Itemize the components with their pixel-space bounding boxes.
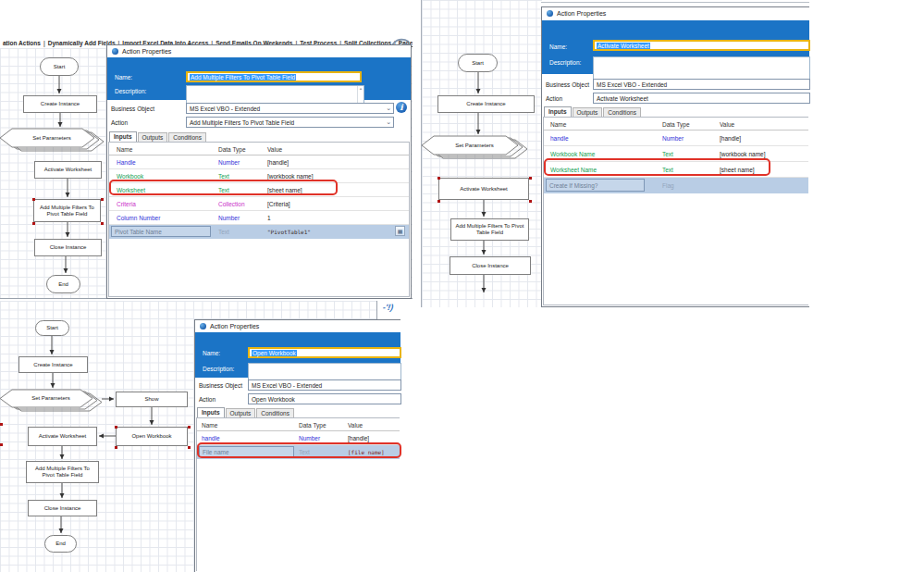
dialog-titlebar[interactable]: Action Properties	[195, 320, 400, 332]
param-type-cell: Text	[218, 187, 229, 193]
name-input[interactable]: Open Workbook	[248, 347, 401, 358]
dialog-title: Action Properties	[210, 323, 259, 330]
action-value: Activate Worksheet	[597, 95, 648, 102]
flow-node-activate-worksheet[interactable]: Activate Worksheet	[438, 178, 529, 200]
flow-node-activate-worksheet[interactable]: Activate Worksheet	[34, 161, 102, 179]
param-type-cell: Collection	[218, 201, 245, 207]
param-row[interactable]: handleNumber[handle]	[544, 131, 808, 146]
flow-node-create-instance[interactable]: Create Instance	[18, 356, 88, 373]
dialog-titlebar[interactable]: Action Properties	[107, 45, 411, 57]
tab-conditions[interactable]: Conditions	[603, 107, 641, 117]
param-name-cell: Workbook	[117, 173, 143, 180]
flow-node-add-multiple-filters-to-pivot-table-field[interactable]: Add Multiple Filters To Pivot Table Fiel…	[26, 461, 99, 483]
param-type-cell: Number	[662, 135, 684, 142]
flow-node-set-parameters[interactable]: Set Parameters	[0, 390, 102, 407]
action-dropdown[interactable]: Add Multiple Filters To Pivot Table Fiel…	[186, 117, 394, 128]
param-row[interactable]: Pivot Table NameText"PivotTable1"▦	[109, 225, 409, 239]
param-row[interactable]: Worksheet NameText[sheet name]	[544, 162, 808, 178]
param-name-cell: Column Number	[117, 215, 160, 221]
dialog-header-band: Name: Activate Worksheet Description:	[542, 20, 809, 74]
params-table: Name Data Type Value handleNumber[handle…	[543, 117, 808, 305]
selection-handle[interactable]	[437, 177, 440, 180]
tab-outputs[interactable]: Outputs	[573, 107, 603, 117]
name-input[interactable]: Activate Worksheet	[593, 40, 810, 51]
action-label: Action	[546, 95, 562, 102]
flow-node-add-multiple-filters-to-pivot-table-field[interactable]: Add Multiple Filters To Pivot Table Fiel…	[33, 199, 101, 222]
param-name-cell: Worksheet Name	[550, 167, 597, 173]
selection-handle[interactable]	[101, 222, 104, 225]
flow-node-start[interactable]: Start	[40, 57, 79, 76]
selection-handle[interactable]	[32, 222, 35, 225]
action-properties-dialog-activate: Action Properties Name: Activate Workshe…	[541, 6, 809, 307]
flow-node-create-instance[interactable]: Create Instance	[437, 95, 535, 113]
param-row[interactable]: Workbook NameText[workbook name]	[544, 146, 808, 162]
business-object-label: Business Object	[199, 382, 242, 389]
dialog-header-band: Name: Add Multiple Filters To Pivot Tabl…	[107, 57, 411, 100]
info-icon[interactable]: i	[396, 102, 407, 113]
param-row[interactable]: HandleNumber[handle]	[109, 155, 409, 169]
flow-node-close-instance[interactable]: Close Instance	[28, 500, 97, 516]
action-dropdown[interactable]: Open Workbook	[248, 393, 401, 404]
flow-node-close-instance[interactable]: Close Instance	[450, 256, 531, 275]
business-object-dropdown[interactable]: MS Excel VBO - Extended	[248, 379, 401, 391]
param-row[interactable]: handleNumber[handle]	[197, 431, 400, 445]
param-type-cell: Text	[218, 229, 229, 235]
selection-handle[interactable]	[529, 177, 532, 180]
param-row[interactable]: File nameText[file name]	[197, 445, 400, 459]
flow-node-end[interactable]: End	[46, 275, 80, 293]
param-row[interactable]: WorkbookText[workbook name]	[109, 169, 409, 183]
name-input[interactable]: Add Multiple Filters To Pivot Table Fiel…	[186, 71, 362, 82]
param-name-cell: handle	[550, 135, 569, 142]
tab-inputs[interactable]: Inputs	[197, 407, 225, 417]
flow-node-start[interactable]: Start	[458, 54, 498, 72]
selection-handle[interactable]	[188, 446, 191, 449]
param-type-cell: Number	[218, 215, 240, 221]
col-name: Name	[202, 421, 217, 428]
param-type-cell: Flag	[662, 182, 674, 189]
selection-handle[interactable]	[437, 200, 440, 203]
param-row[interactable]: WorksheetText[sheet name]	[109, 183, 409, 197]
tab-conditions[interactable]: Conditions	[256, 408, 294, 417]
selection-handle[interactable]	[115, 446, 117, 449]
action-dropdown[interactable]: Activate Worksheet	[593, 93, 810, 104]
expression-editor-button[interactable]: ▦	[395, 226, 405, 236]
tab-outputs[interactable]: Outputs	[138, 132, 168, 142]
flow-node-create-instance[interactable]: Create Instance	[23, 95, 97, 113]
param-row[interactable]: Create If Missing?Flag	[544, 178, 808, 193]
param-row[interactable]: CriteriaCollection[Criteria]	[109, 197, 409, 211]
business-object-value: MS Excel VBO - Extended	[252, 382, 322, 389]
selection-handle[interactable]	[32, 198, 35, 201]
flow-node-close-instance[interactable]: Close Instance	[34, 239, 102, 256]
dialog-titlebar[interactable]: Action Properties	[542, 7, 809, 19]
selection-handle[interactable]	[101, 198, 104, 201]
tab-inputs[interactable]: Inputs	[109, 131, 137, 142]
flow-node-add-multiple-filters-to-pivot-table-field[interactable]: Add Multiple Filters To Pivot Table Fiel…	[450, 218, 529, 241]
col-data-type: Data Type	[218, 145, 246, 152]
business-object-dropdown[interactable]: MS Excel VBO - Extended⌄	[186, 103, 394, 114]
flow-node-start[interactable]: Start	[35, 320, 69, 336]
action-label: Action	[111, 119, 128, 126]
tab-conditions[interactable]: Conditions	[168, 132, 206, 142]
flow-node-label: Set Parameters	[455, 143, 494, 149]
param-value-cell: [handle]	[720, 135, 741, 142]
tab-inputs[interactable]: Inputs	[544, 106, 572, 117]
selection-handle[interactable]	[529, 200, 532, 203]
param-name-cell: Handle	[117, 159, 136, 166]
process-tab[interactable]: ation Actions	[0, 40, 43, 46]
param-name-cell: Pivot Table Name	[111, 226, 211, 237]
action-label: Action	[199, 396, 216, 403]
flow-node-activate-worksheet[interactable]: Activate Worksheet	[28, 427, 97, 446]
tab-outputs[interactable]: Outputs	[226, 408, 256, 417]
param-row[interactable]: Column NumberNumber1	[109, 211, 409, 225]
flow-node-end[interactable]: End	[44, 535, 77, 553]
selected-text: Open Workbook	[252, 350, 297, 356]
business-object-dropdown[interactable]: MS Excel VBO - Extended	[593, 79, 810, 90]
selection-handle[interactable]	[115, 426, 117, 429]
flow-node-show[interactable]: Show	[116, 392, 188, 407]
flow-node-set-parameters[interactable]: Set Parameters	[422, 136, 527, 155]
flow-node-set-parameters[interactable]: Set Parameters	[0, 129, 104, 147]
flow-node-open-workbook[interactable]: Open Workbook	[116, 427, 188, 446]
selection-handle[interactable]	[188, 426, 191, 429]
param-value-cell: [workbook name]	[720, 151, 766, 157]
scroll-up-icon[interactable]: ▲	[359, 87, 363, 91]
